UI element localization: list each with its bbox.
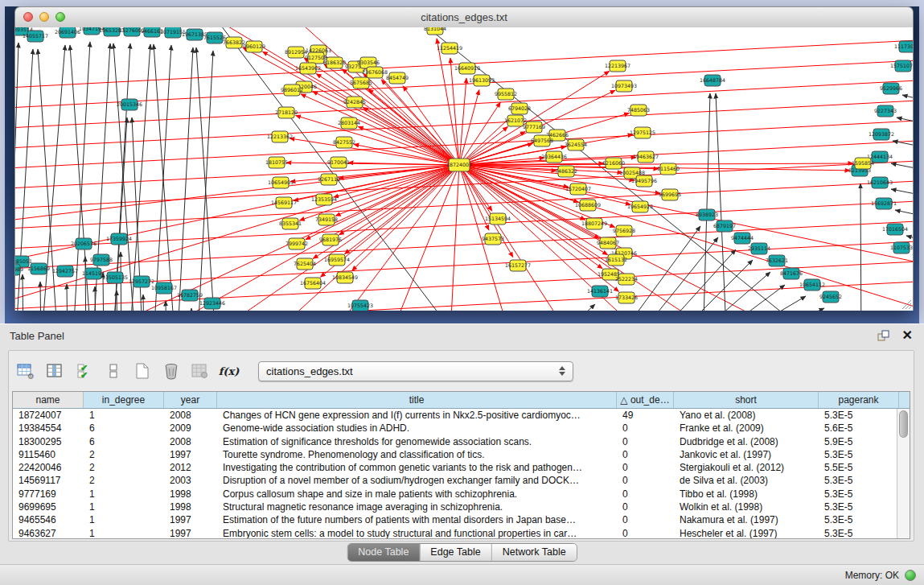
network-node[interactable]: 7485063 — [627, 105, 650, 116]
network-edge[interactable] — [295, 115, 459, 165]
network-node[interactable]: 16210643 — [867, 177, 893, 188]
network-node[interactable]: 2718120 — [275, 107, 298, 118]
network-edge[interactable] — [459, 102, 500, 165]
network-node[interactable]: 17016504 — [882, 224, 908, 235]
network-node[interactable]: 12213362 — [267, 131, 293, 142]
table-row[interactable]: 1830029562008Estimation of significance … — [13, 435, 897, 448]
network-edge[interactable] — [891, 163, 913, 175]
network-edge[interactable] — [663, 260, 753, 311]
network-node[interactable]: 18724007 — [446, 159, 472, 171]
network-node[interactable]: 10654112 — [799, 279, 825, 290]
table-row[interactable]: 1456911722003Disruption of a novel membe… — [13, 474, 897, 487]
network-node[interactable]: 9955812 — [495, 89, 517, 100]
table-row[interactable]: 977716911998Corpus callosum shape and si… — [13, 488, 897, 501]
network-node[interactable]: 7349158 — [315, 214, 338, 225]
table-settings-icon[interactable]: ⚙ — [15, 361, 37, 381]
network-edge[interactable] — [334, 165, 459, 197]
vertical-scrollbar[interactable] — [897, 409, 910, 538]
network-edge[interactable] — [67, 284, 68, 311]
network-node[interactable]: 6794028 — [508, 103, 531, 114]
network-edge[interactable] — [893, 141, 913, 152]
table-body[interactable]: 1872400712008Changes of HCN gene express… — [13, 409, 897, 538]
network-node[interactable]: 8912954 — [285, 47, 307, 58]
network-edge[interactable] — [113, 43, 136, 311]
network-node[interactable]: 7663822 — [223, 37, 245, 48]
network-node[interactable]: 16756404 — [300, 278, 326, 289]
network-node[interactable]: 9170041 — [327, 157, 350, 168]
network-node[interactable]: 10654903 — [268, 177, 294, 188]
network-node[interactable]: 9797588 — [90, 254, 113, 266]
table-row[interactable]: 946554611997Estimation of the future num… — [13, 513, 897, 526]
network-node[interactable]: 10688609 — [575, 200, 601, 211]
scrollbar-thumb[interactable] — [899, 410, 908, 438]
network-node[interactable]: 19654923 — [627, 201, 653, 212]
network-node[interactable]: 6879197 — [713, 220, 736, 232]
network-node[interactable]: 5675685 — [350, 77, 372, 89]
network-node[interactable]: 9960129 — [243, 41, 265, 52]
tab-edge-table[interactable]: Edge Table — [420, 544, 491, 561]
network-edge[interactable] — [301, 94, 459, 165]
network-node[interactable]: 9484067 — [597, 237, 619, 249]
network-edge[interactable] — [546, 304, 595, 311]
table-row[interactable]: 1872400712008Changes of HCN gene express… — [13, 409, 897, 422]
network-node[interactable]: 9681976 — [319, 234, 342, 245]
resize-grip-icon[interactable] — [900, 298, 912, 310]
network-node[interactable]: 3624554 — [565, 139, 587, 150]
network-node[interactable]: 6216060 — [602, 158, 625, 169]
column-header-name[interactable]: name — [13, 392, 84, 408]
network-edge[interactable] — [23, 274, 23, 311]
network-node[interactable]: 12213967 — [605, 60, 630, 72]
network-edge[interactable] — [716, 93, 727, 311]
network-edge[interactable] — [191, 308, 192, 311]
network-graph[interactable]: 2089351414055717206914061034719410653287… — [15, 27, 913, 311]
table-row[interactable]: 969969511998Structural magnetic resonanc… — [13, 501, 897, 513]
network-node[interactable]: 8938923 — [696, 209, 718, 220]
network-node[interactable]: 9896012 — [281, 84, 303, 96]
network-node[interactable]: 8454749 — [386, 72, 409, 84]
rows-icon[interactable] — [102, 361, 124, 381]
network-edge[interactable] — [40, 282, 41, 311]
network-node[interactable]: 12942757 — [52, 266, 78, 277]
network-node[interactable]: 6497568 — [531, 135, 553, 146]
network-node[interactable]: 12093872 — [869, 129, 894, 140]
network-node[interactable]: 8471676 — [780, 268, 803, 279]
network-node[interactable]: 2803144 — [338, 117, 360, 129]
network-edge[interactable] — [299, 165, 459, 220]
network-node[interactable]: 13505135 — [102, 272, 128, 283]
tab-network-table[interactable]: Network Table — [492, 544, 577, 561]
network-edge[interactable] — [703, 93, 710, 311]
column-visibility-icon[interactable] — [44, 361, 66, 381]
network-edge[interactable] — [15, 43, 18, 269]
network-edge[interactable] — [450, 165, 459, 311]
network-node[interactable]: 15751074 — [890, 60, 913, 72]
network-node[interactable]: 15692871 — [871, 198, 897, 209]
network-node[interactable]: 1107533 — [890, 242, 913, 253]
network-node[interactable]: 7486322 — [555, 166, 577, 177]
delete-table-icon[interactable] — [160, 361, 182, 381]
window-titlebar[interactable]: citations_edges.txt — [14, 6, 914, 28]
network-node[interactable]: 15720407 — [565, 183, 591, 195]
network-node[interactable]: 20691406 — [55, 27, 80, 38]
network-edge[interactable] — [15, 200, 913, 249]
column-header-in_degree[interactable]: in_degree — [84, 392, 164, 408]
network-node[interactable]: 10834549 — [332, 272, 358, 283]
network-node[interactable]: 7625404 — [294, 258, 316, 270]
column-header-title[interactable]: title — [217, 392, 617, 408]
network-node[interactable]: 1595854 — [852, 158, 874, 169]
network-node[interactable]: 19613093 — [469, 75, 495, 86]
table-selector-dropdown[interactable]: citations_edges.txt — [258, 361, 573, 381]
table-row[interactable]: 911546021997Tourette syndrome. Phenomeno… — [13, 448, 897, 461]
network-node[interactable]: 9227343 — [874, 105, 897, 117]
float-panel-icon[interactable] — [877, 330, 889, 342]
select-rows-icon[interactable]: ✔ ✔ — [73, 361, 95, 381]
network-node[interactable]: 9242845 — [343, 97, 366, 108]
network-node[interactable]: 20206576 — [71, 238, 97, 249]
network-node[interactable]: 9777169 — [523, 122, 545, 133]
network-edge[interactable] — [152, 45, 171, 311]
network-node[interactable]: 1145194 — [82, 268, 105, 279]
network-edge[interactable] — [363, 107, 459, 165]
network-node[interactable]: 9474444 — [731, 233, 754, 244]
network-edge[interactable] — [15, 179, 913, 229]
network-edge[interactable] — [450, 58, 459, 165]
network-node[interactable]: 16648784 — [700, 75, 725, 86]
